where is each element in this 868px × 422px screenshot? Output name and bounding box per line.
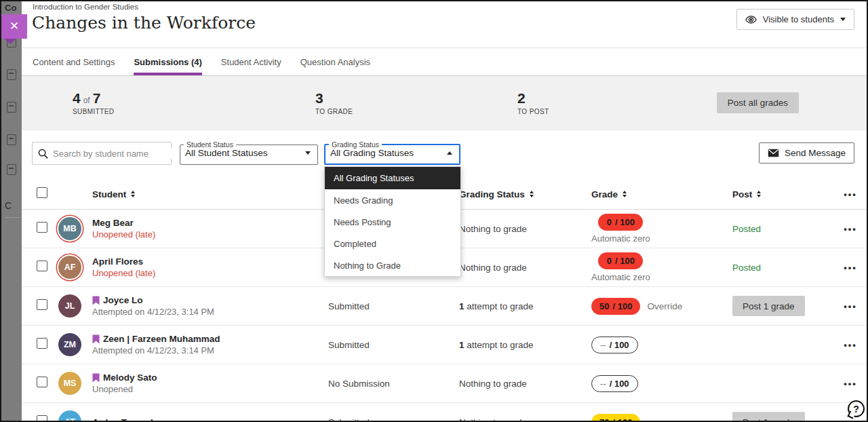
- grade-pill[interactable]: 0/ 100: [598, 252, 643, 269]
- col-student[interactable]: Student: [92, 189, 328, 199]
- course-sidebar: Co C: [1, 1, 22, 421]
- post-grade-button[interactable]: Post 1 grade: [732, 412, 805, 422]
- post-all-grades-button[interactable]: Post all grades: [717, 92, 799, 113]
- sidebar-terminal-icon[interactable]: [7, 69, 16, 80]
- tab-question-analysis[interactable]: Question Analysis: [300, 48, 370, 75]
- tab-content-and-settings[interactable]: Content and Settings: [33, 48, 115, 75]
- flag-icon: [92, 334, 100, 344]
- col-grade[interactable]: Grade: [585, 189, 730, 199]
- student-name[interactable]: April Flores: [92, 256, 143, 267]
- to-post-count: 2: [517, 90, 526, 107]
- sort-icon: [623, 191, 627, 197]
- avatar: JL: [58, 294, 81, 318]
- grade-note: Automatic zero: [591, 272, 650, 282]
- visibility-label: Visible to students: [763, 14, 834, 24]
- grading-status: Nothing to grade: [459, 263, 585, 273]
- search-icon: [38, 149, 48, 159]
- breadcrumb: Introduction to Gender Studies: [33, 3, 138, 11]
- row-checkbox[interactable]: [37, 299, 47, 310]
- col-post[interactable]: Post: [730, 189, 834, 199]
- eye-icon: [745, 16, 757, 24]
- student-status-line: Attempted on 4/12/23, 3:14 PM: [92, 345, 328, 356]
- row-menu-icon[interactable]: •••: [844, 379, 857, 389]
- stat-to-post: 2 TO POST: [517, 90, 549, 115]
- submitted-total: 7: [93, 90, 101, 107]
- option-all-grading-statuses[interactable]: All Grading Statuses: [325, 167, 460, 189]
- grade-pill[interactable]: --/ 100: [591, 337, 638, 353]
- close-icon: ✕: [9, 20, 19, 33]
- row-menu-icon[interactable]: •••: [844, 340, 857, 350]
- row-menu-icon[interactable]: •••: [844, 224, 857, 234]
- tab-submissions[interactable]: Submissions (4): [134, 48, 201, 75]
- assessment-panel: Introduction to Gender Studies Changes i…: [22, 1, 867, 421]
- visibility-dropdown-button[interactable]: Visible to students: [736, 9, 854, 30]
- row-menu-icon[interactable]: •••: [844, 301, 857, 311]
- sidebar-divider: [5, 217, 20, 218]
- avatar: MB: [58, 217, 81, 240]
- sidebar-gradebook-icon[interactable]: [7, 164, 16, 175]
- option-nothing-to-grade[interactable]: Nothing to Grade: [325, 254, 460, 276]
- avatar: AF: [58, 256, 81, 279]
- close-panel-button[interactable]: ✕: [1, 14, 27, 39]
- help-icon: ?: [853, 404, 859, 415]
- row-checkbox[interactable]: [37, 377, 47, 387]
- student-search[interactable]: [32, 142, 172, 165]
- student-status-line: Attempted on 4/12/23, 3:14 PM: [92, 307, 328, 317]
- send-message-label: Send Message: [785, 148, 846, 158]
- option-completed[interactable]: Completed: [325, 233, 460, 254]
- help-button[interactable]: ?: [848, 400, 865, 417]
- chevron-down-icon: [305, 151, 311, 155]
- chevron-up-icon: [447, 151, 452, 155]
- row-checkbox[interactable]: [37, 222, 47, 233]
- row-checkbox[interactable]: [37, 338, 47, 349]
- app-window: Co C ✕ Introduction to Gender Studies Ch…: [0, 0, 868, 422]
- select-all-checkbox[interactable]: [37, 187, 47, 198]
- table-row[interactable]: JL Joyce Lo Attempted on 4/12/23, 3:14 P…: [22, 287, 867, 326]
- row-checkbox[interactable]: [37, 415, 47, 422]
- avatar: AT: [58, 410, 81, 422]
- stat-to-grade: 3 TO GRADE: [315, 90, 353, 115]
- to-grade-count: 3: [315, 90, 323, 107]
- grading-status-select[interactable]: Grading Status All Grading Statuses: [324, 140, 460, 165]
- envelope-icon: [768, 149, 779, 157]
- page-title: Changes in the Workforce: [32, 13, 256, 33]
- search-input[interactable]: [53, 149, 172, 159]
- grading-status: Nothing to grade: [459, 379, 585, 389]
- student-status-select[interactable]: Student Status All Student Statuses: [180, 140, 318, 165]
- grading-status: 1 attempt to grade: [459, 340, 585, 350]
- student-name[interactable]: Joyce Lo: [103, 295, 143, 305]
- option-needs-posting[interactable]: Needs Posting: [325, 211, 460, 233]
- grade-pill[interactable]: --/ 100: [591, 375, 638, 392]
- student-name[interactable]: Arden Tuomala: [92, 417, 158, 422]
- flag-icon: [92, 373, 100, 383]
- student-name[interactable]: Melody Sato: [103, 372, 157, 383]
- send-message-button[interactable]: Send Message: [759, 142, 854, 164]
- row-menu-icon[interactable]: •••: [844, 263, 857, 273]
- sidebar-card-icon[interactable]: [7, 102, 16, 113]
- grading-status: Nothing to grade: [459, 224, 585, 234]
- grade-pill[interactable]: 50/ 100: [591, 298, 640, 315]
- sort-icon: [530, 191, 534, 197]
- stat-submitted: 4 of 7 SUBMITTED: [73, 90, 114, 115]
- row-checkbox[interactable]: [37, 261, 47, 271]
- student-name[interactable]: Meg Bear: [92, 218, 134, 228]
- sidebar-pencil-icon[interactable]: [7, 134, 16, 145]
- posted-label: Posted: [732, 263, 761, 273]
- col-grading-status[interactable]: Grading Status: [459, 189, 585, 199]
- table-row[interactable]: AT Arden Tuomala Submitted Nothing to gr…: [22, 403, 867, 422]
- table-row[interactable]: MS Melody Sato Unopened No Submission No…: [22, 364, 867, 403]
- tab-bar: Content and Settings Submissions (4) Stu…: [22, 47, 867, 76]
- student-status-line: Unopened: [92, 384, 328, 394]
- submission-status: Submitted: [328, 301, 459, 311]
- student-name[interactable]: Zeen | Farzeen Muhammad: [103, 334, 220, 344]
- table-row[interactable]: ZM Zeen | Farzeen Muhammad Attempted on …: [22, 326, 867, 364]
- post-grade-button[interactable]: Post 1 grade: [732, 296, 805, 316]
- submission-status: Submitted: [328, 417, 459, 422]
- avatar: MS: [58, 372, 81, 395]
- table-menu-icon[interactable]: •••: [844, 189, 857, 199]
- grade-pill[interactable]: 0/ 100: [598, 214, 643, 231]
- grade-pill[interactable]: 70/ 100: [591, 414, 640, 422]
- option-needs-grading[interactable]: Needs Grading: [325, 189, 460, 211]
- tab-student-activity[interactable]: Student Activity: [221, 48, 281, 75]
- override-label: Override: [647, 301, 682, 311]
